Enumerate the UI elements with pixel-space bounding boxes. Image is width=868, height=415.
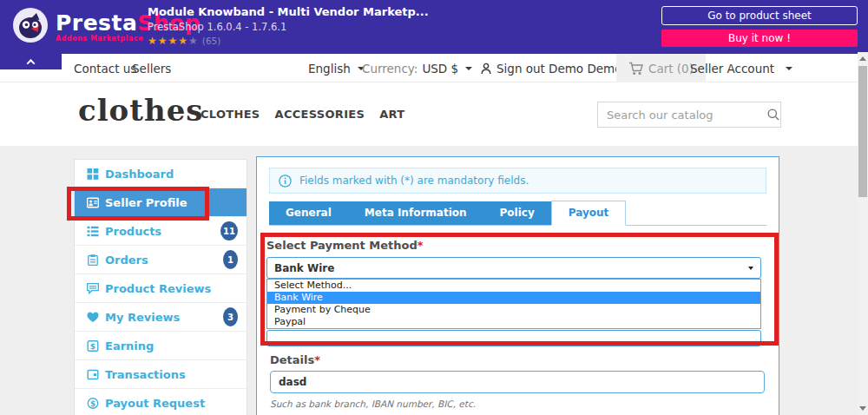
seller-account-menu[interactable]: Seller Account [690,54,792,82]
heart-icon [87,311,100,323]
banner-actions: Go to product sheet Buy it now ! [661,6,858,47]
addons-banner: PrestaShop Addons Marketplace Module Kno… [0,0,868,54]
buy-it-now-button[interactable]: Buy it now ! [661,30,858,47]
sidebar-item-earning[interactable]: $ Earning [75,332,247,360]
cart-icon [628,62,644,76]
dollar-square-icon: $ [87,339,100,352]
option-payment-by-cheque[interactable]: Payment by Cheque [267,304,760,316]
tab-meta-information[interactable]: Meta Information [348,201,483,225]
sidebar-item-payout-request[interactable]: $ Payout Request [75,389,247,415]
select-arrow-icon [748,267,753,270]
sidebar-item-transactions[interactable]: Transactions [75,360,247,389]
sidebar-item-product-reviews[interactable]: Product Reviews [75,274,247,303]
card-icon [87,368,100,380]
star-icon [168,35,178,47]
rating: (65) [148,36,429,46]
id-card-icon [87,196,100,208]
scroll-down-arrow[interactable] [859,406,866,411]
profile-tabs: General Meta Information Policy Payout [269,201,766,226]
seller-profile-panel: Fields marked with (*) are mandatory fie… [256,156,779,415]
star-empty-icon [188,35,198,47]
details-help-text: Such as bank branch, IBAN number, BIC, e… [270,399,765,409]
comment-icon [87,282,100,294]
currency-selector[interactable]: Currency:USD $ [362,54,472,82]
sidebar-item-seller-profile[interactable]: Seller Profile [75,188,247,217]
user-icon [480,63,492,75]
store-logo[interactable]: clothes [78,93,204,128]
products-count-badge: 11 [220,221,238,240]
page-scrollbar[interactable] [858,52,868,415]
info-icon [279,175,292,188]
scroll-up-arrow[interactable] [859,56,866,61]
chevron-up-icon [27,58,36,67]
option-select-method[interactable]: Select Method... [267,280,760,292]
option-bank-wire[interactable]: Bank Wire [267,292,760,304]
store-menu: CLOTHES ACCESSORIES ART [201,82,404,146]
contact-us-link[interactable]: Contact us [74,54,136,82]
module-title: Module Knowband - Multi Vendor Marketp..… [148,5,429,18]
chevron-down-icon [786,67,792,70]
module-version: PrestaShop 1.6.0.4 - 1.7.6.1 [148,21,429,33]
option-paypal[interactable]: Paypal [267,316,760,328]
selected-payment-method: Bank Wire [274,262,334,274]
user-name-link[interactable]: Demo Demo [549,54,622,82]
prestashop-mascot-icon [12,7,49,47]
store-header: clothes CLOTHES ACCESSORIES ART [0,82,868,146]
mandatory-fields-alert: Fields marked with (*) are mandatory fie… [269,168,766,194]
scrollbar-thumb[interactable] [858,66,867,197]
payment-method-dropdown: Select Method... Bank Wire Payment by Ch… [266,279,761,329]
dollar-circle-icon: $ [87,398,100,410]
chevron-down-icon [465,67,472,70]
go-to-product-sheet-button[interactable]: Go to product sheet [661,6,858,25]
sidebar-item-products[interactable]: Products 11 [75,217,247,246]
catalog-search [597,102,781,128]
tab-general[interactable]: General [269,201,348,225]
details-input[interactable] [270,371,765,393]
svg-text:$: $ [90,341,95,350]
star-icon [148,35,157,47]
payment-method-label: Select Payment Method* [266,239,769,252]
sidebar-item-dashboard[interactable]: Dashboard [75,160,247,188]
dashboard-icon [87,168,100,180]
payment-method-section: Select Payment Method* Bank Wire Select … [266,239,769,346]
tab-policy[interactable]: Policy [483,201,551,225]
module-info: Module Knowband - Multi Vendor Marketp..… [148,5,429,46]
seller-sidebar: Dashboard Seller Profile Products 11 Ord… [74,159,247,415]
search-input[interactable] [598,109,763,122]
sidebar-item-orders[interactable]: Orders 1 [75,246,247,274]
sidebar-item-my-reviews[interactable]: My Reviews 3 [75,303,247,332]
star-icon [158,35,168,47]
collapse-banner-button[interactable] [0,54,62,69]
orders-count-badge: 1 [223,250,238,269]
sign-out-link[interactable]: Sign out [480,54,545,82]
search-icon[interactable] [763,108,789,122]
menu-item-clothes[interactable]: CLOTHES [201,108,260,121]
menu-item-accessories[interactable]: ACCESSORIES [275,108,365,121]
shop-top-nav: Contact us Sellers English Currency:USD … [0,54,868,82]
my-reviews-count-badge: 3 [223,307,238,326]
clipboard-icon [87,254,100,266]
details-section: Details* Such as bank branch, IBAN numbe… [270,353,765,409]
details-label: Details* [270,353,765,366]
alert-text: Fields marked with (*) are mandatory fie… [299,175,529,187]
rating-count: (65) [202,36,221,46]
payment-method-select[interactable]: Bank Wire [266,257,761,279]
tab-group: General Meta Information Policy [269,201,551,225]
tab-payout[interactable]: Payout [551,201,627,226]
list-icon [87,225,100,237]
language-selector[interactable]: English [308,54,365,82]
svg-text:$: $ [90,399,95,408]
sellers-link[interactable]: Sellers [132,54,171,82]
empty-input-field[interactable] [266,330,761,346]
menu-item-art[interactable]: ART [379,108,404,121]
star-icon [178,35,187,47]
